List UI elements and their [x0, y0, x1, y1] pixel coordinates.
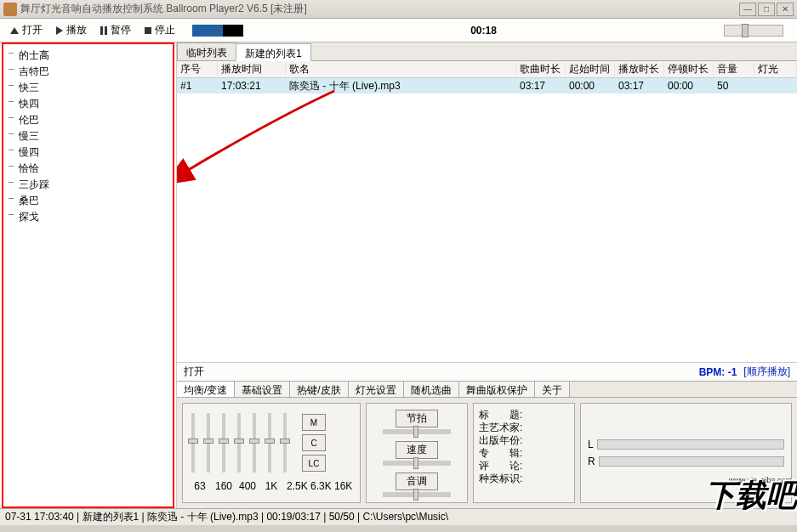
bottom-panel: M C LC 631604001K2.5K6.3K16K 节拍 速度 音调 标 …: [177, 398, 797, 508]
eq-m-button[interactable]: M: [302, 414, 326, 431]
cell-stop: 00:00: [664, 80, 714, 92]
eq-c-button[interactable]: C: [302, 434, 326, 451]
beat-label[interactable]: 节拍: [396, 410, 438, 427]
eq-freq-label: 2.5K: [287, 480, 304, 492]
equalizer-box: M C LC 631604001K2.5K6.3K16K: [182, 403, 361, 503]
titlebar: 舞厅灯光音响自动播放控制系统 Ballroom Player2 V6.5 [未注…: [0, 0, 797, 19]
cell-num: #1: [177, 80, 218, 92]
stop-button[interactable]: 停止: [139, 21, 180, 39]
tree-item[interactable]: 慢三: [7, 128, 169, 144]
close-button[interactable]: ✕: [777, 3, 794, 16]
settings-tab[interactable]: 灯光设置: [349, 382, 404, 397]
app-icon: [3, 3, 17, 16]
meta-artist: 主艺术家:: [479, 422, 569, 434]
bpm-display: BPM: -1: [699, 366, 737, 378]
meta-genre: 种类标识:: [479, 473, 569, 485]
tab-temp-list[interactable]: 临时列表: [177, 42, 236, 60]
tree-item[interactable]: 慢四: [7, 144, 169, 161]
pitch-slider[interactable]: [383, 492, 451, 497]
col-num[interactable]: 序号: [177, 62, 218, 76]
annotation-arrow: [177, 87, 347, 189]
col-light[interactable]: 灯光: [754, 62, 797, 76]
settings-tab[interactable]: 随机选曲: [404, 382, 459, 397]
open-button[interactable]: 打开: [5, 21, 48, 39]
pause-button[interactable]: 暂停: [95, 21, 136, 39]
left-level-bar: [597, 439, 784, 450]
tab-new-list-1[interactable]: 新建的列表1: [236, 43, 311, 61]
right-pane: 临时列表 新建的列表1 序号 播放时间 歌名 歌曲时长 起始时间 播放时长 停顿…: [176, 42, 797, 508]
cell-vol: 50: [714, 80, 754, 92]
settings-tab[interactable]: 基础设置: [235, 382, 290, 397]
col-name[interactable]: 歌名: [286, 62, 516, 76]
settings-tab[interactable]: 舞曲版权保护: [459, 382, 535, 397]
eq-slider[interactable]: [191, 413, 195, 473]
tree-item[interactable]: 吉特巴: [7, 64, 169, 80]
info-left: 打开: [184, 365, 699, 379]
volume-thumb[interactable]: [742, 24, 749, 37]
slider-thumb[interactable]: [413, 426, 418, 438]
eq-freq-label: 160: [215, 480, 232, 492]
col-play-length[interactable]: 播放时长: [615, 62, 664, 76]
eq-slider[interactable]: [207, 413, 210, 473]
tree-item[interactable]: 三步踩: [7, 177, 169, 193]
info-row: 打开 BPM: -1 [顺序播放]: [177, 362, 797, 381]
playlist: 序号 播放时间 歌名 歌曲时长 起始时间 播放时长 停顿时长 音量 灯光 #1 …: [177, 61, 797, 362]
pause-icon: [100, 26, 107, 35]
tree-item[interactable]: 快三: [7, 80, 169, 96]
tree-item[interactable]: 伦巴: [7, 112, 169, 128]
slider-thumb[interactable]: [413, 489, 418, 501]
col-song-length[interactable]: 歌曲时长: [516, 62, 566, 76]
eq-slider[interactable]: [253, 413, 256, 473]
right-channel-label: R: [588, 456, 595, 467]
speed-slider[interactable]: [383, 461, 451, 466]
col-volume[interactable]: 音量: [714, 62, 754, 76]
col-start-time[interactable]: 起始时间: [566, 62, 615, 76]
col-pause-length[interactable]: 停顿时长: [664, 62, 714, 76]
cell-plen: 03:17: [615, 80, 664, 92]
pitch-label[interactable]: 音调: [396, 473, 438, 490]
settings-tab[interactable]: 均衡/变速: [177, 382, 235, 397]
minimize-button[interactable]: —: [739, 3, 756, 16]
meta-album: 专 辑:: [479, 447, 569, 460]
progress-bar[interactable]: [192, 25, 243, 37]
eq-freq-label: 1K: [263, 480, 280, 492]
statusbar: 07-31 17:03:40 | 新建的列表1 | 陈奕迅 - 十年 (Live…: [0, 508, 797, 525]
play-order[interactable]: [顺序播放]: [743, 365, 790, 379]
stop-label: 停止: [155, 23, 175, 37]
play-icon: [56, 26, 63, 35]
maximize-button[interactable]: □: [758, 3, 775, 16]
level-meter-box: L R: [580, 403, 792, 503]
eq-slider[interactable]: [222, 413, 225, 473]
eq-slider[interactable]: [237, 413, 241, 473]
tree-item[interactable]: 桑巴: [7, 193, 169, 209]
slider-thumb[interactable]: [413, 457, 418, 469]
eq-labels: 631604001K2.5K6.3K16K: [191, 480, 351, 492]
playlist-row[interactable]: #1 17:03:21 陈奕迅 - 十年 (Live).mp3 03:17 00…: [177, 78, 797, 93]
eq-buttons: M C LC: [302, 414, 326, 472]
eq-lc-button[interactable]: LC: [302, 455, 326, 472]
playlist-tabs: 临时列表 新建的列表1: [177, 42, 797, 61]
col-play-time[interactable]: 播放时间: [218, 62, 286, 76]
progress-fill: [192, 25, 223, 37]
left-channel-label: L: [588, 439, 594, 450]
toolbar: 打开 播放 暂停 停止 00:18: [0, 19, 797, 42]
cell-start: 00:00: [566, 80, 615, 92]
settings-tabs: 均衡/变速基础设置热键/皮肤灯光设置随机选曲舞曲版权保护关于: [177, 381, 797, 398]
settings-tab[interactable]: 热键/皮肤: [290, 382, 348, 397]
eq-slider[interactable]: [268, 413, 271, 473]
tree-item[interactable]: 恰恰: [7, 161, 169, 177]
speed-label[interactable]: 速度: [396, 441, 438, 459]
play-button[interactable]: 播放: [51, 21, 92, 39]
settings-tab[interactable]: 关于: [535, 382, 570, 397]
beat-slider[interactable]: [383, 429, 451, 434]
cell-slen: 03:17: [516, 80, 566, 92]
playlist-header: 序号 播放时间 歌名 歌曲时长 起始时间 播放时长 停顿时长 音量 灯光: [177, 61, 797, 78]
tree-item[interactable]: 探戈: [7, 209, 169, 225]
volume-slider[interactable]: [724, 25, 783, 37]
eq-slider[interactable]: [283, 413, 287, 473]
tree-item[interactable]: 快四: [7, 96, 169, 112]
pause-label: 暂停: [111, 23, 131, 37]
cell-ptime: 17:03:21: [218, 80, 286, 92]
tree-item[interactable]: 的士高: [7, 48, 169, 64]
open-label: 打开: [22, 23, 43, 37]
